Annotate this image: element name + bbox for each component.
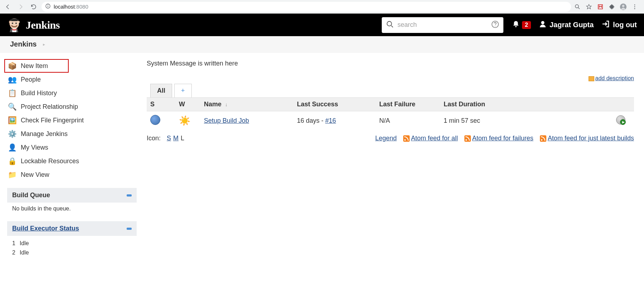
build-queue-title: Build Queue <box>12 191 50 199</box>
collapse-icon[interactable] <box>127 228 132 230</box>
breadcrumb-root[interactable]: Jenkins <box>10 40 36 48</box>
svg-point-3 <box>575 5 579 8</box>
tab-all[interactable]: All <box>150 84 172 97</box>
col-last-success[interactable]: Last Success <box>293 98 376 111</box>
logout-link[interactable]: log out <box>601 20 637 30</box>
legend-link[interactable]: Legend <box>375 135 397 142</box>
search-input[interactable] <box>397 21 488 29</box>
logout-icon <box>601 20 610 30</box>
sidebar-item-label: Build History <box>21 89 57 97</box>
tab-add-view[interactable]: + <box>174 84 192 97</box>
build-queue-widget: Build Queue No builds in the queue. <box>7 188 137 215</box>
sidebar-item[interactable]: 📁New View <box>4 168 140 181</box>
browser-forward-button[interactable] <box>16 2 26 12</box>
svg-point-21 <box>541 21 544 24</box>
sidebar-item-label: Manage Jenkins <box>21 130 68 138</box>
search-icon <box>386 20 394 30</box>
icon-size-s[interactable]: S <box>167 135 171 142</box>
svg-line-17 <box>391 25 393 27</box>
collapse-icon[interactable] <box>127 194 132 197</box>
sidebar-item-icon: 📁 <box>8 170 16 179</box>
site-info-icon[interactable] <box>45 3 51 10</box>
current-user[interactable]: Jagrat Gupta <box>539 20 594 30</box>
executor-row: 2Idle <box>12 248 132 257</box>
svg-point-14 <box>12 23 13 24</box>
executor-row: 1Idle <box>12 239 132 248</box>
username-label: Jagrat Gupta <box>550 21 594 29</box>
sidebar-item-label: Lockable Resources <box>21 157 79 165</box>
svg-point-19 <box>495 25 496 26</box>
sidebar-item[interactable]: 🔍Project Relationship <box>4 100 140 113</box>
svg-point-2 <box>48 5 48 5</box>
sidebar-item[interactable]: 🖼️Check File Fingerprint <box>4 113 140 127</box>
jenkins-logo[interactable]: Jenkins <box>7 17 60 33</box>
extensions-icon[interactable] <box>608 3 615 10</box>
sidebar-item[interactable]: 👥People <box>4 73 140 86</box>
sidebar-item-icon: 📋 <box>8 89 16 97</box>
sidebar-item-label: New View <box>21 171 49 179</box>
last-duration-cell: 1 min 57 sec <box>440 111 613 131</box>
col-last-duration[interactable]: Last Duration <box>440 98 613 111</box>
sidebar-item[interactable]: ⚙️Manage Jenkins <box>4 127 140 141</box>
icon-size-m[interactable]: M <box>173 135 179 142</box>
jobs-table: S W Name ↓ Last Success Last Failure Las… <box>147 97 634 130</box>
user-icon <box>539 20 547 30</box>
svg-point-16 <box>387 21 392 26</box>
mcafee-icon[interactable] <box>597 3 604 10</box>
executor-number: 1 <box>12 240 15 247</box>
side-panel: 📦New Item👥People📋Build History🔍Project R… <box>0 53 140 260</box>
sidebar-item-icon: 🖼️ <box>8 116 16 125</box>
svg-point-15 <box>15 23 17 24</box>
browser-back-button[interactable] <box>3 2 13 12</box>
sidebar-item-icon: 📦 <box>8 62 16 70</box>
build-queue-message: No builds in the queue. <box>7 203 137 215</box>
search-help-icon[interactable] <box>491 20 499 30</box>
last-failure-cell: N/A <box>376 111 440 131</box>
svg-line-4 <box>578 8 580 9</box>
browser-address-bar[interactable]: localhost:8080 <box>42 2 571 12</box>
schedule-build-icon[interactable]: ▶ <box>616 115 625 125</box>
sidebar-item[interactable]: 🔒Lockable Resources <box>4 154 140 168</box>
job-name-link[interactable]: Setup Build Job <box>204 117 249 124</box>
notifications[interactable]: 2 <box>512 20 531 30</box>
executor-number: 2 <box>12 249 15 256</box>
atom-feed-failures[interactable]: Atom feed for failures <box>472 135 533 142</box>
svg-point-9 <box>634 6 635 7</box>
bell-icon <box>512 20 520 30</box>
icon-size-label: Icon: <box>147 135 161 142</box>
bookmark-star-icon[interactable] <box>585 3 592 10</box>
jenkins-mascot-icon <box>7 17 21 33</box>
executor-state: Idle <box>20 240 29 247</box>
sidebar-item[interactable]: 👤My Views <box>4 141 140 154</box>
sidebar-item-label: Check File Fingerprint <box>21 117 84 124</box>
icon-size-l: L <box>181 135 184 142</box>
browser-right-icons <box>574 3 641 10</box>
col-name[interactable]: Name ↓ <box>200 98 293 111</box>
breadcrumb-separator-icon[interactable]: ▸ <box>43 42 45 47</box>
col-status[interactable]: S <box>147 98 175 111</box>
svg-rect-12 <box>10 19 19 21</box>
jenkins-header: Jenkins 2 Jagrat Gupta log out <box>0 14 644 36</box>
atom-feed-latest[interactable]: Atom feed for just latest builds <box>548 135 634 142</box>
sidebar-item[interactable]: 📦New Item <box>4 59 69 73</box>
rss-icon <box>464 135 471 142</box>
system-message: System Message is written here <box>147 60 634 67</box>
chrome-menu-icon[interactable] <box>631 3 638 10</box>
browser-reload-button[interactable] <box>29 2 39 12</box>
url-text: localhost:8080 <box>54 4 88 10</box>
add-description-link[interactable]: add description <box>595 75 634 81</box>
build-executor-title[interactable]: Build Executor Status <box>12 225 79 232</box>
notification-count-badge: 2 <box>522 21 531 29</box>
col-last-failure[interactable]: Last Failure <box>376 98 440 111</box>
view-tabs: All + <box>150 84 634 97</box>
browser-toolbar: localhost:8080 <box>0 0 644 14</box>
build-link[interactable]: #16 <box>325 117 336 124</box>
search-box[interactable] <box>382 17 503 33</box>
atom-feed-all[interactable]: Atom feed for all <box>411 135 458 142</box>
zoom-icon[interactable] <box>574 3 581 10</box>
last-success-cell: 16 days - #16 <box>293 111 376 131</box>
col-weather[interactable]: W <box>175 98 200 111</box>
sidebar-item[interactable]: 📋Build History <box>4 86 140 100</box>
edit-icon <box>589 76 594 81</box>
profile-avatar-icon[interactable] <box>620 3 627 10</box>
